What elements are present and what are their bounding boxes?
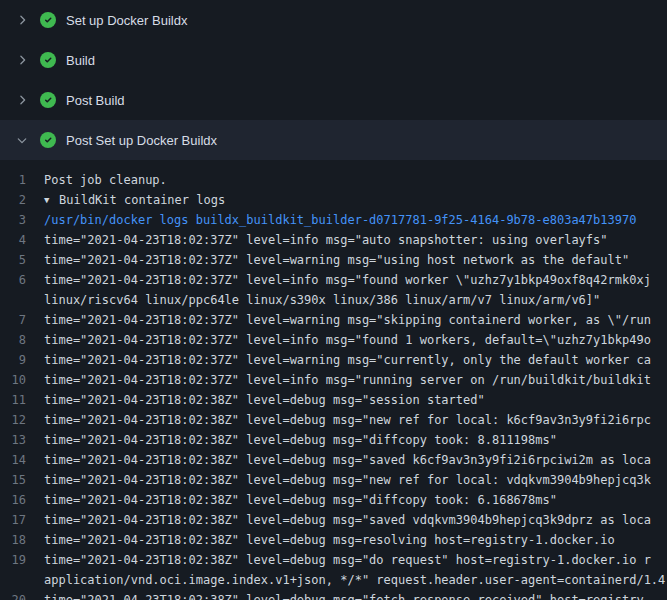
log-line-number[interactable]: 18 <box>0 530 44 550</box>
log-line: 7 ▼ time="2021-04-23T18:02:37Z" level=wa… <box>0 310 667 330</box>
log-line-number[interactable]: 7 <box>0 310 44 330</box>
log-line-number[interactable]: 9 <box>0 350 44 370</box>
log-line-number[interactable]: 19 <box>0 550 44 570</box>
log-line: 18 ▼ time="2021-04-23T18:02:38Z" level=d… <box>0 530 667 550</box>
log-line-number[interactable]: 16 <box>0 490 44 510</box>
step-label: Set up Docker Buildx <box>66 13 187 28</box>
log-line-text: time="2021-04-23T18:02:38Z" level=debug … <box>44 510 667 530</box>
log-line: 2 ▼ BuildKit container logs <box>0 190 667 210</box>
log-line-number[interactable]: 14 <box>0 450 44 470</box>
log-line-text: time="2021-04-23T18:02:38Z" level=debug … <box>44 490 667 510</box>
log-line-text: time="2021-04-23T18:02:37Z" level=info m… <box>44 370 667 390</box>
log-line-text: time="2021-04-23T18:02:38Z" level=debug … <box>44 550 667 570</box>
chevron-icon <box>14 92 30 108</box>
log-line-text: time="2021-04-23T18:02:37Z" level=info m… <box>44 330 667 350</box>
log-line-text: time="2021-04-23T18:02:38Z" level=debug … <box>44 430 667 450</box>
step-header-build[interactable]: Build <box>0 40 667 80</box>
log-line-number[interactable]: 12 <box>0 410 44 430</box>
log-line: 11 ▼ time="2021-04-23T18:02:38Z" level=d… <box>0 390 667 410</box>
log-line-text: time="2021-04-23T18:02:37Z" level=warnin… <box>44 310 667 330</box>
log-line-number[interactable]: 4 <box>0 230 44 250</box>
success-check-icon <box>40 132 56 148</box>
log-line-text: time="2021-04-23T18:02:38Z" level=debug … <box>44 410 667 430</box>
log-line: ▼ linux/riscv64 linux/ppc64le linux/s390… <box>0 290 667 310</box>
chevron-icon <box>14 132 30 148</box>
step-header-post-set-up-docker-buildx[interactable]: Post Set up Docker Buildx <box>0 120 667 160</box>
log-line: 16 ▼ time="2021-04-23T18:02:38Z" level=d… <box>0 490 667 510</box>
log-line: ▼ application/vnd.oci.image.index.v1+jso… <box>0 570 667 590</box>
steps-list: Set up Docker Buildx Build P <box>0 0 667 160</box>
success-check-icon <box>40 92 56 108</box>
log-line-number[interactable] <box>0 570 44 590</box>
log-line: 8 ▼ time="2021-04-23T18:02:37Z" level=in… <box>0 330 667 350</box>
log-line: 6 ▼ time="2021-04-23T18:02:37Z" level=in… <box>0 270 667 290</box>
log-line-number[interactable]: 3 <box>0 210 44 230</box>
log-line-text: linux/riscv64 linux/ppc64le linux/s390x … <box>44 290 667 310</box>
step-label: Post Build <box>66 93 125 108</box>
log-line: 13 ▼ time="2021-04-23T18:02:38Z" level=d… <box>0 430 667 450</box>
workflow-log-panel: Set up Docker Buildx Build P <box>0 0 667 600</box>
log-line-number[interactable]: 10 <box>0 370 44 390</box>
log-line-text: time="2021-04-23T18:02:38Z" level=debug … <box>44 470 667 490</box>
log-line-number[interactable]: 5 <box>0 250 44 270</box>
log-line: 14 ▼ time="2021-04-23T18:02:38Z" level=d… <box>0 450 667 470</box>
log-line-number[interactable]: 1 <box>0 170 44 190</box>
log-group-caret-icon[interactable]: ▼ <box>44 190 59 210</box>
log-line-number[interactable]: 8 <box>0 330 44 350</box>
log-line-number[interactable]: 6 <box>0 270 44 290</box>
log-rows: 1 ▼ Post job cleanup. 2 ▼ BuildKit conta… <box>0 160 667 600</box>
log-line: 20 ▼ time="2021-04-23T18:02:38Z" level=d… <box>0 590 667 600</box>
log-line-text: time="2021-04-23T18:02:37Z" level=warnin… <box>44 250 667 270</box>
log-line-text: time="2021-04-23T18:02:37Z" level=info m… <box>44 230 667 250</box>
log-line: 10 ▼ time="2021-04-23T18:02:37Z" level=i… <box>0 370 667 390</box>
log-line-text: time="2021-04-23T18:02:38Z" level=debug … <box>44 390 667 410</box>
log-line-text: time="2021-04-23T18:02:38Z" level=debug … <box>44 450 667 470</box>
log-line-text: time="2021-04-23T18:02:37Z" level=info m… <box>44 270 667 290</box>
log-line: 1 ▼ Post job cleanup. <box>0 170 667 190</box>
log-line-text: time="2021-04-23T18:02:38Z" level=debug … <box>44 590 667 600</box>
log-line-number[interactable]: 15 <box>0 470 44 490</box>
log-line-number[interactable]: 11 <box>0 390 44 410</box>
log-line: 17 ▼ time="2021-04-23T18:02:38Z" level=d… <box>0 510 667 530</box>
log-line: 9 ▼ time="2021-04-23T18:02:37Z" level=wa… <box>0 350 667 370</box>
success-check-icon <box>40 12 56 28</box>
step-label: Post Set up Docker Buildx <box>66 133 217 148</box>
step-label: Build <box>66 53 95 68</box>
step-header-set-up-docker-buildx[interactable]: Set up Docker Buildx <box>0 0 667 40</box>
chevron-icon <box>14 52 30 68</box>
log-line-text: time="2021-04-23T18:02:37Z" level=warnin… <box>44 350 667 370</box>
log-line-number[interactable]: 13 <box>0 430 44 450</box>
log-line-number[interactable]: 17 <box>0 510 44 530</box>
log-line: 19 ▼ time="2021-04-23T18:02:38Z" level=d… <box>0 550 667 570</box>
log-line-number[interactable]: 20 <box>0 590 44 600</box>
log-line-text: Post job cleanup. <box>44 170 667 190</box>
log-line: 15 ▼ time="2021-04-23T18:02:38Z" level=d… <box>0 470 667 490</box>
log-line-text: time="2021-04-23T18:02:38Z" level=debug … <box>44 530 667 550</box>
log-line-number[interactable]: 2 <box>0 190 44 210</box>
log-line: 3 ▼ /usr/bin/docker logs buildx_buildkit… <box>0 210 667 230</box>
log-line-text: application/vnd.oci.image.index.v1+json,… <box>44 570 667 590</box>
log-line-text: BuildKit container logs <box>59 190 667 210</box>
log-line: 12 ▼ time="2021-04-23T18:02:38Z" level=d… <box>0 410 667 430</box>
log-line-text: /usr/bin/docker logs buildx_buildkit_bui… <box>44 210 667 230</box>
log-line-number[interactable] <box>0 290 44 310</box>
chevron-icon <box>14 12 30 28</box>
log-line: 4 ▼ time="2021-04-23T18:02:37Z" level=in… <box>0 230 667 250</box>
log-line: 5 ▼ time="2021-04-23T18:02:37Z" level=wa… <box>0 250 667 270</box>
step-header-post-build[interactable]: Post Build <box>0 80 667 120</box>
success-check-icon <box>40 52 56 68</box>
